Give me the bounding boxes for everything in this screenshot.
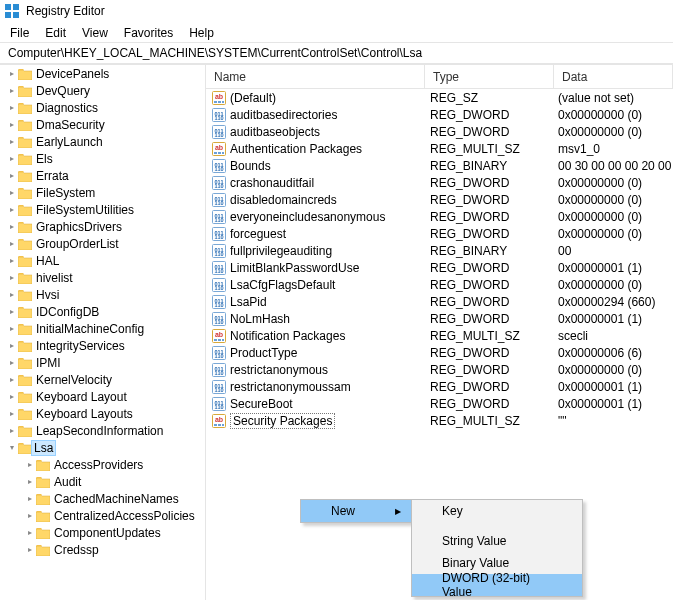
value-data: 0x00000001 (1) [550,397,673,411]
tree-expander-icon[interactable]: ▸ [6,410,17,418]
tree-item[interactable]: ▸Audit [0,473,205,490]
tree-expander-icon[interactable]: ▸ [6,172,17,180]
tree-item[interactable]: ▸EarlyLaunch [0,133,205,150]
value-row[interactable]: auditbaseobjects REG_DWORD 0x00000000 (0… [206,123,673,140]
tree-expander-icon[interactable]: ▸ [6,87,17,95]
tree-expander-icon[interactable]: ▸ [6,257,17,265]
tree-expander-icon[interactable]: ▸ [6,274,17,282]
tree-item[interactable]: ▸HAL [0,252,205,269]
value-row[interactable]: Notification Packages REG_MULTI_SZ scecl… [206,327,673,344]
tree-expander-icon[interactable]: ▸ [6,342,17,350]
tree-expander-icon[interactable]: ▸ [24,495,35,503]
value-row[interactable]: SecureBoot REG_DWORD 0x00000001 (1) [206,395,673,412]
tree-expander-icon[interactable]: ▸ [6,359,17,367]
tree-item[interactable]: ▸hivelist [0,269,205,286]
tree-expander-icon[interactable]: ▸ [6,223,17,231]
value-row[interactable]: NoLmHash REG_DWORD 0x00000001 (1) [206,310,673,327]
tree-item[interactable]: ▸DevQuery [0,82,205,99]
tree-expander-icon[interactable]: ▾ [6,444,17,452]
tree-item[interactable]: ▸CentralizedAccessPolicies [0,507,205,524]
value-name: ProductType [230,346,297,360]
tree-item[interactable]: ▸GroupOrderList [0,235,205,252]
tree-expander-icon[interactable]: ▸ [6,121,17,129]
tree-expander-icon[interactable]: ▸ [24,546,35,554]
tree-expander-icon[interactable]: ▸ [24,478,35,486]
tree-expander-icon[interactable]: ▸ [6,325,17,333]
value-data: 0x00000000 (0) [550,363,673,377]
value-row[interactable]: Security Packages REG_MULTI_SZ "" [206,412,673,429]
value-row[interactable]: auditbasedirectories REG_DWORD 0x0000000… [206,106,673,123]
tree-expander-icon[interactable]: ▸ [6,393,17,401]
value-row[interactable]: LsaPid REG_DWORD 0x00000294 (660) [206,293,673,310]
tree-expander-icon[interactable]: ▸ [6,155,17,163]
tree-expander-icon[interactable]: ▸ [6,70,17,78]
tree-item[interactable]: ▸Els [0,150,205,167]
tree-item[interactable]: ▸IPMI [0,354,205,371]
menu-file[interactable]: File [2,24,37,42]
regedit-app-icon [4,3,20,19]
tree-item[interactable]: ▸GraphicsDrivers [0,218,205,235]
value-row[interactable]: LimitBlankPasswordUse REG_DWORD 0x000000… [206,259,673,276]
tree-expander-icon[interactable]: ▸ [6,206,17,214]
value-row[interactable]: (Default) REG_SZ (value not set) [206,89,673,106]
address-input[interactable] [6,45,671,61]
key-tree[interactable]: ▸DevicePanels▸DevQuery▸Diagnostics▸DmaSe… [0,65,206,600]
menu-view[interactable]: View [74,24,116,42]
value-type: REG_DWORD [422,176,550,190]
value-type: REG_MULTI_SZ [422,329,550,343]
tree-item[interactable]: ▸LeapSecondInformation [0,422,205,439]
context-menu-new[interactable]: New ▶ [301,500,411,522]
tree-item[interactable]: ▸Credssp [0,541,205,558]
menu-favorites[interactable]: Favorites [116,24,181,42]
tree-item[interactable]: ▸Diagnostics [0,99,205,116]
value-row[interactable]: LsaCfgFlagsDefault REG_DWORD 0x00000000 … [206,276,673,293]
tree-item[interactable]: ▸Errata [0,167,205,184]
context-menu[interactable]: New ▶ [300,499,412,523]
context-menu-item[interactable]: Key [412,500,582,522]
tree-item[interactable]: ▸Keyboard Layout [0,388,205,405]
tree-item[interactable]: ▸Hvsi [0,286,205,303]
value-row[interactable]: disabledomaincreds REG_DWORD 0x00000000 … [206,191,673,208]
value-row[interactable]: fullprivilegeauditing REG_BINARY 00 [206,242,673,259]
context-menu-item[interactable]: DWORD (32-bit) Value [412,574,582,596]
tree-item[interactable]: ▸ComponentUpdates [0,524,205,541]
tree-expander-icon[interactable]: ▸ [6,427,17,435]
column-header-name[interactable]: Name [206,65,425,88]
tree-expander-icon[interactable]: ▸ [6,189,17,197]
tree-expander-icon[interactable]: ▸ [24,512,35,520]
tree-item-selected[interactable]: ▾Lsa [0,439,205,456]
tree-expander-icon[interactable]: ▸ [6,291,17,299]
menu-help[interactable]: Help [181,24,222,42]
value-row[interactable]: Authentication Packages REG_MULTI_SZ msv… [206,140,673,157]
tree-expander-icon[interactable]: ▸ [6,308,17,316]
value-row[interactable]: everyoneincludesanonymous REG_DWORD 0x00… [206,208,673,225]
column-header-type[interactable]: Type [425,65,554,88]
tree-item[interactable]: ▸KernelVelocity [0,371,205,388]
tree-item[interactable]: ▸CachedMachineNames [0,490,205,507]
context-submenu-new[interactable]: KeyString ValueBinary ValueDWORD (32-bit… [411,499,583,597]
tree-expander-icon[interactable]: ▸ [24,461,35,469]
tree-item[interactable]: ▸FileSystemUtilities [0,201,205,218]
value-row[interactable]: restrictanonymoussam REG_DWORD 0x0000000… [206,378,673,395]
tree-item[interactable]: ▸DevicePanels [0,65,205,82]
menu-edit[interactable]: Edit [37,24,74,42]
tree-item[interactable]: ▸InitialMachineConfig [0,320,205,337]
value-row[interactable]: forceguest REG_DWORD 0x00000000 (0) [206,225,673,242]
tree-item[interactable]: ▸FileSystem [0,184,205,201]
value-row[interactable]: crashonauditfail REG_DWORD 0x00000000 (0… [206,174,673,191]
context-menu-item[interactable]: String Value [412,530,582,552]
tree-expander-icon[interactable]: ▸ [6,138,17,146]
tree-item[interactable]: ▸AccessProviders [0,456,205,473]
tree-expander-icon[interactable]: ▸ [24,529,35,537]
value-row[interactable]: ProductType REG_DWORD 0x00000006 (6) [206,344,673,361]
value-row[interactable]: Bounds REG_BINARY 00 30 00 00 00 20 00 0… [206,157,673,174]
tree-item[interactable]: ▸Keyboard Layouts [0,405,205,422]
tree-item[interactable]: ▸IDConfigDB [0,303,205,320]
tree-expander-icon[interactable]: ▸ [6,240,17,248]
tree-expander-icon[interactable]: ▸ [6,376,17,384]
value-row[interactable]: restrictanonymous REG_DWORD 0x00000000 (… [206,361,673,378]
tree-item[interactable]: ▸IntegrityServices [0,337,205,354]
tree-item[interactable]: ▸DmaSecurity [0,116,205,133]
column-header-data[interactable]: Data [554,65,673,88]
tree-expander-icon[interactable]: ▸ [6,104,17,112]
